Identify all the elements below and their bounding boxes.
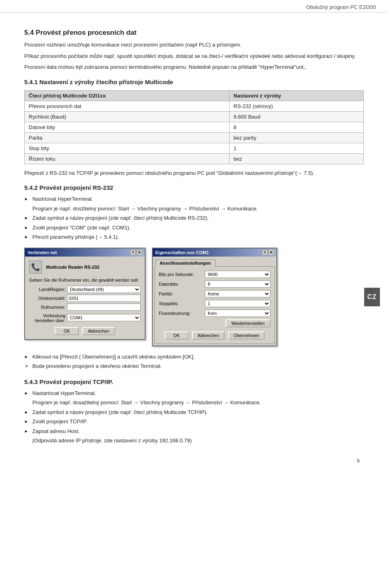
steps-542-list: Nastrtovat HyperTerminal.Program je např… [24,194,364,242]
eigenschaften-close-button[interactable]: ✕ [268,250,274,255]
dialog-verbinden-titlebar: Verbinden mit ? ✕ [25,248,145,257]
prop-select-paritaet[interactable]: Keine [205,290,270,297]
dialog-verbinden-body: 📞 Multicode Reader RS-232 Geben Sie die … [25,257,145,339]
table-cell-col1: Stop bity [25,143,230,153]
list-item: Zvolit propojení TCP/IP. [24,417,364,427]
list-item: Zadat symbol a název propojení (zde např… [24,408,364,417]
list-item: Zvolit propojení "COM" (zde např. COM1). [24,223,364,233]
eigenschaften-titlebar-buttons: ? ✕ [262,250,274,255]
table-cell-col1: Parita [25,132,230,143]
field-row-verbindung: Verbindungherstellen über: COM1 [29,312,141,323]
paragraph-2: Příkaz procesního počítače může např. sp… [24,52,364,60]
close-button[interactable]: ✕ [137,250,142,255]
table-row: Rychlost (Baud)9.600 Baud [25,111,364,122]
field-land-select[interactable]: Deutschland (49) [67,286,141,293]
eigenschaften-ok-button[interactable]: OK [164,331,189,340]
prop-field-paritaet: Parität: Keine [159,290,270,297]
table-row: Přenos procesních datRS-232 (sériový) [25,101,364,111]
list-item: Kliknout na [Převzít ( Übernehmen)] a uz… [24,352,364,362]
prop-select-stoppbits[interactable]: 1 [205,300,270,307]
list-item: Zapsat adresu Host. [24,427,364,436]
page-header: Obslužný program PC E2I200 [0,0,388,13]
subsection-541-title: 5.4.1 Nastavení z výroby čtecího přístro… [24,79,364,85]
list-item: Program je např. dosažitelný pomocí: Sta… [24,398,364,408]
prop-restore-btn-container: Wiederherstellen [159,319,270,327]
prop-label-datenbits: Datenbits: [159,282,203,287]
steps-543-list: Nastartovat HyperTerminal.Program je nap… [24,388,364,446]
table-cell-col1: Rychlost (Baud) [25,111,230,122]
dialogs-wrapper: Verbinden mit ? ✕ 📞 Multicode Reader RS-… [24,248,364,346]
prop-label-paritaet: Parität: [159,291,203,296]
prop-field-bits-sekunde: Bits pro Sekunde: 9600 [159,271,270,278]
field-label-verbindung: Verbindungherstellen über: [29,312,65,323]
settings-table: Čtecí přístroj Multicode O2I1xx Nastaven… [24,90,364,164]
table-col1-header: Čtecí přístroj Multicode O2I1xx [25,90,230,101]
table-cell-col2: RS-232 (sériový) [229,101,363,111]
main-section-title: 5.4 Provést přenos procesních dat [24,29,364,37]
page-number: 9 [24,458,364,464]
tab-anschlusseinstellungen[interactable]: Anschlusseinstellungen [155,259,215,267]
table-cell-col2: 8 [229,122,363,132]
field-row-rufnummer: Rufnummer: [29,304,141,311]
dialog-eigenschaften-titlebar: Eigenschaften von COM1 ? ✕ [153,248,276,257]
field-verbindung-select[interactable]: COM1 [67,314,141,321]
paragraph-1: Procesní rozhraní umožňuje komunikace me… [24,41,364,49]
dialog-tab-content: Bits pro Sekunde: 9600 Datenbits: 8 Pari… [154,266,275,344]
dialog-tabs: Anschlusseinstellungen [153,257,276,266]
table-row: Řízení tokubez [25,153,364,164]
prop-select-flusssteuerung[interactable]: Kein [205,310,270,317]
eigenschaften-buttons: OK Abbrechen Übernehmen [159,331,270,340]
eigenschaften-uebernehmen-button[interactable]: Übernehmen [228,331,265,340]
dialogs-row: Verbinden mit ? ✕ 📞 Multicode Reader RS-… [24,248,364,346]
table-cell-col1: Přenos procesních dat [25,101,230,111]
list-item: Zadat symbol a název propojení (zde např… [24,213,364,223]
table-cell-col1: Datové bity [25,122,230,132]
field-label-land: Land/Region: [29,287,65,292]
dialog-icon-label: Multicode Reader RS-232 [46,265,99,270]
prop-select-datenbits[interactable]: 8 [205,280,270,288]
field-row-ortskennzahl: Ortskennzahl: [29,295,141,302]
wiederherstellen-button[interactable]: Wiederherstellen [226,319,270,327]
verbinden-ok-button[interactable]: OK [55,327,79,335]
table-cell-col2: 1 [229,143,363,153]
subsection-542-title: 5.4.2 Provést propojení RS-232 [24,184,364,191]
list-item: Nastartovat HyperTerminal. [24,388,364,398]
table-cell-col1: Řízení toku [25,153,230,164]
table-cell-col2: bez [229,153,363,164]
eigenschaften-abbrechen-button[interactable]: Abbrechen [192,331,225,340]
cz-badge: CZ [364,288,380,306]
prop-select-bits-sekunde[interactable]: 9600 [205,271,270,278]
verbinden-abbrechen-button[interactable]: Abbrechen [82,327,115,335]
prop-label-flusssteuerung: Flusssteuerung: [159,311,203,316]
field-rufnummer-input[interactable] [67,304,141,311]
table-row: Paritabez parity [25,132,364,143]
table-row: Stop bity1 [25,143,364,153]
list-item: Převzít parametry přístroje (→ 5.4.1). [24,232,364,242]
help-button[interactable]: ? [130,250,136,255]
table-col2-header: Nastavení z výroby [229,90,363,101]
dialog-verbinden-buttons: OK Abbrechen [29,327,141,335]
table-cell-col2: bez parity [229,132,363,143]
field-ortskennzahl-input[interactable] [67,295,141,302]
prop-field-stoppbits: Stoppbits: 1 [159,300,270,307]
list-item: Program je např. dosžitelný pomocí: Star… [24,204,364,214]
steps-542-after-list: Kliknout na [Převzít ( Übernehmen)] a uz… [24,352,364,371]
eigenschaften-help-button[interactable]: ? [262,250,268,255]
prop-label-bits-sekunde: Bits pro Sekunde: [159,272,203,277]
prop-label-stoppbits: Stoppbits: [159,301,203,306]
titlebar-buttons: ? ✕ [130,250,142,255]
dialog-icon-row: 📞 Multicode Reader RS-232 [29,261,141,274]
table-row: Datové bity8 [25,122,364,132]
field-label-ortskennzahl: Ortskennzahl: [29,296,65,301]
prop-field-datenbits: Datenbits: 8 [159,280,270,288]
dialog-eigenschaften: Eigenschaften von COM1 ? ✕ Anschlusseins… [152,248,277,346]
paragraph-3: Procesní data mohou být zobrazena pomocí… [24,63,364,71]
header-title: Obslužný program PC E2I200 [306,4,376,10]
prop-field-flusssteuerung: Flusssteuerung: Kein [159,310,270,317]
dialog-icon: 📞 [29,261,42,274]
list-item: Nastrtovat HyperTerminal. [24,194,364,204]
dialog-verbinden-title: Verbinden mit [27,250,57,255]
list-item: Bude provedeno propojení a otevřeno okén… [24,361,364,371]
dialog-verbinden: Verbinden mit ? ✕ 📞 Multicode Reader RS-… [24,248,146,340]
table-cell-col2: 9.600 Baud [229,111,363,122]
